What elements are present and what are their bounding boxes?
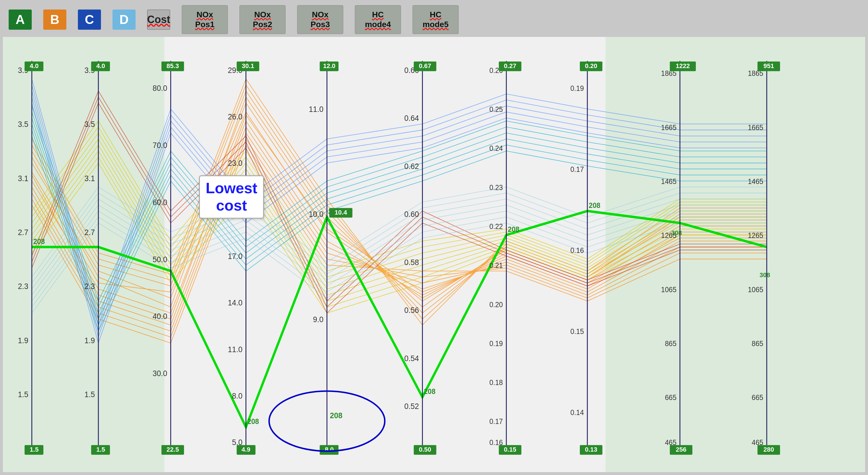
svg-rect-92 [91,61,110,71]
svg-text:308: 308 [760,271,770,278]
nox-pos1-line1: NOx [196,10,213,20]
hc-mode5-line1: HC [430,10,441,20]
legend-item-hc-mode4: HC mode4 [355,5,401,34]
svg-text:865: 865 [752,340,763,348]
legend-box-a: A [9,9,32,30]
hc-mode4-line2: mode4 [365,20,391,29]
svg-text:2.7: 2.7 [18,228,28,237]
svg-text:0.27: 0.27 [504,62,516,69]
svg-rect-102 [237,445,255,454]
svg-text:11.0: 11.0 [228,345,243,354]
parallel-coords-svg: 3.9 3.5 3.1 2.7 2.3 1.9 1.5 3.9 3.5 3.1 … [3,37,865,472]
svg-rect-116 [499,445,521,454]
svg-text:1065: 1065 [748,286,763,293]
svg-text:1.5: 1.5 [30,446,39,453]
legend-item-a: A [9,9,32,30]
svg-rect-90 [25,445,43,454]
svg-text:0.17: 0.17 [489,418,503,425]
svg-text:0.56: 0.56 [404,306,419,315]
svg-text:23.0: 23.0 [228,159,243,168]
svg-text:1265: 1265 [748,231,763,240]
svg-text:0.17: 0.17 [570,165,584,173]
svg-text:208: 208 [508,225,519,233]
nox-pos3-line1: NOx [312,10,329,20]
lowest-cost-label: Lowest cost [199,176,264,219]
svg-text:665: 665 [665,394,677,402]
svg-text:1465: 1465 [748,178,763,185]
svg-text:3.9: 3.9 [18,66,28,75]
svg-text:0.19: 0.19 [570,85,584,92]
svg-text:1.9: 1.9 [85,336,95,345]
svg-text:256: 256 [676,446,687,453]
svg-text:26.0: 26.0 [228,113,243,121]
svg-text:10.0: 10.0 [309,210,324,219]
nox-pos2-line1: NOx [254,10,271,20]
svg-text:208: 208 [328,208,340,216]
svg-text:8.0: 8.0 [325,446,334,453]
svg-text:0.20: 0.20 [585,62,597,69]
svg-text:22.5: 22.5 [166,446,179,453]
svg-rect-110 [414,61,436,71]
svg-text:0.22: 0.22 [489,223,503,230]
svg-text:4.9: 4.9 [242,446,250,453]
svg-text:0.20: 0.20 [489,300,503,308]
svg-text:208: 208 [424,388,435,395]
svg-text:1222: 1222 [676,62,690,69]
svg-text:0.15: 0.15 [504,446,516,453]
svg-text:0.67: 0.67 [419,62,431,69]
svg-text:1.5: 1.5 [18,390,28,399]
svg-text:0.58: 0.58 [404,258,419,267]
svg-text:12.0: 12.0 [323,62,336,69]
legend-item-nox-pos1: NOx Pos1 [182,5,228,34]
legend-box-hc-mode4: HC mode4 [355,5,401,34]
svg-rect-128 [757,445,780,454]
svg-rect-104 [320,61,338,71]
svg-text:0.54: 0.54 [404,354,419,363]
nox-pos1-line2: Pos1 [195,20,215,29]
svg-text:951: 951 [764,62,774,69]
svg-text:465: 465 [665,439,677,446]
svg-text:3.1: 3.1 [85,174,95,183]
svg-text:208: 208 [589,201,600,210]
legend-box-nox-pos2: NOx Pos2 [240,5,286,34]
legend-box-b: B [43,9,66,30]
legend-item-hc-mode5: HC mode5 [412,5,459,34]
svg-text:11.0: 11.0 [309,105,324,114]
svg-text:1.5: 1.5 [85,390,95,399]
lowest-cost-text: Lowest cost [206,180,257,214]
svg-text:208: 208 [248,418,259,425]
svg-text:3.1: 3.1 [18,174,28,183]
green-region-left [3,37,164,472]
svg-text:8.0: 8.0 [232,392,242,401]
svg-text:0.15: 0.15 [570,328,584,336]
legend-box-cost: Cost [147,9,170,30]
svg-rect-100 [237,61,259,71]
svg-text:40.0: 40.0 [153,312,167,321]
svg-text:1465: 1465 [661,178,677,185]
svg-text:1665: 1665 [661,123,677,131]
svg-text:17.0: 17.0 [228,252,243,261]
svg-text:1065: 1065 [661,286,677,293]
svg-rect-98 [161,445,184,454]
legend-item-d: D [113,9,135,30]
legend-bar: A B C D Cost NOx Pos1 NOx Pos2 [0,0,868,37]
svg-text:1865: 1865 [748,69,763,77]
hc-mode4-line1: HC [372,10,384,20]
svg-text:30.1: 30.1 [242,62,254,69]
svg-text:1865: 1865 [661,69,677,77]
main-container: A B C D Cost NOx Pos1 NOx Pos2 [0,0,868,475]
svg-text:9.0: 9.0 [313,315,323,324]
svg-text:665: 665 [752,394,763,402]
svg-text:60.0: 60.0 [153,198,167,207]
svg-text:465: 465 [752,439,763,446]
svg-text:0.14: 0.14 [570,409,584,416]
svg-rect-124 [670,445,692,454]
svg-text:865: 865 [665,340,677,348]
svg-rect-106 [320,445,338,454]
svg-text:30.0: 30.0 [153,369,167,378]
svg-text:1265: 1265 [661,231,677,240]
svg-text:0.52: 0.52 [404,402,419,411]
svg-text:5.0: 5.0 [232,438,242,447]
svg-text:0.25: 0.25 [489,105,503,113]
svg-text:208: 208 [330,411,342,420]
